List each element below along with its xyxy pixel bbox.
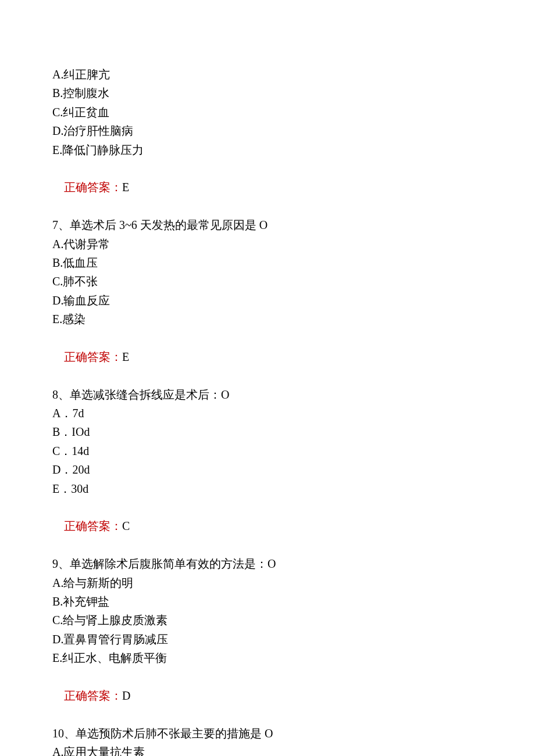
q7-answer: E bbox=[122, 350, 129, 363]
q8-option-e: E．30d bbox=[52, 479, 483, 498]
q6-answer: E bbox=[122, 181, 129, 194]
q6-option-e: E.降低门静脉压力 bbox=[52, 141, 483, 159]
q6-option-b: B.控制腹水 bbox=[52, 84, 483, 102]
document-page: A.纠正脾亢 B.控制腹水 C.纠正贫血 D.治疗肝性脑病 E.降低门静脉压力 … bbox=[0, 0, 535, 756]
q7-option-c: C.肺不张 bbox=[52, 272, 483, 291]
q9-answer-line: 正确答案：D bbox=[52, 668, 483, 724]
q8-answer-line: 正确答案：C bbox=[52, 498, 483, 554]
q9-option-d: D.置鼻胃管行胃肠减压 bbox=[52, 630, 483, 648]
q8-option-b: B．IOd bbox=[52, 422, 483, 441]
q8-stem: 8、单选减张缝合拆线应是术后：O bbox=[52, 385, 483, 404]
q6-option-d: D.治疗肝性脑病 bbox=[52, 121, 483, 140]
q7-option-a: A.代谢异常 bbox=[52, 235, 483, 253]
q7-option-e: E.感染 bbox=[52, 310, 483, 328]
q7-answer-line: 正确答案：E bbox=[52, 328, 483, 385]
q7-option-b: B.低血压 bbox=[52, 253, 483, 272]
q6-answer-line: 正确答案：E bbox=[52, 159, 483, 216]
q9-stem: 9、单选解除术后腹胀简单有效的方法是：O bbox=[52, 554, 483, 573]
q7-option-d: D.输血反应 bbox=[52, 291, 483, 310]
q8-answer: C bbox=[122, 519, 130, 532]
q9-option-a: A.给与新斯的明 bbox=[52, 574, 483, 592]
q7-stem: 7、单选术后 3~6 天发热的最常见原因是 O bbox=[52, 216, 483, 234]
q8-option-c: C．14d bbox=[52, 442, 483, 460]
answer-label: 正确答案： bbox=[64, 181, 122, 194]
answer-label: 正确答案： bbox=[64, 350, 122, 363]
q8-option-a: A．7d bbox=[52, 404, 483, 422]
q9-option-b: B.补充钾盐 bbox=[52, 592, 483, 611]
q9-answer: D bbox=[122, 689, 130, 702]
q6-option-a: A.纠正脾亢 bbox=[52, 65, 483, 84]
answer-label: 正确答案： bbox=[64, 689, 122, 702]
q8-option-d: D．20d bbox=[52, 460, 483, 479]
q6-option-c: C.纠正贫血 bbox=[52, 103, 483, 121]
q9-option-c: C.给与肾上腺皮质激素 bbox=[52, 611, 483, 629]
q10-stem: 10、单选预防术后肺不张最主要的措施是 O bbox=[52, 724, 483, 743]
q10-option-a: A.应用大量抗生素 bbox=[52, 743, 483, 756]
q9-option-e: E.纠正水、电解质平衡 bbox=[52, 648, 483, 667]
answer-label: 正确答案： bbox=[64, 519, 122, 532]
